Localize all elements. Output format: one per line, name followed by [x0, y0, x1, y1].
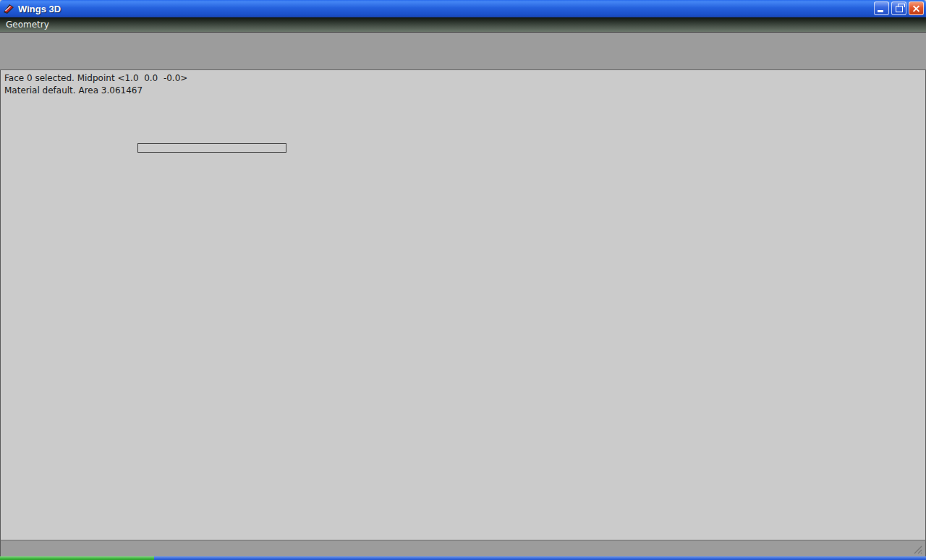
restore-icon	[896, 6, 903, 12]
viewport-3d[interactable]: Face 0 selected. Midpoint <1.0 0.0 -0.0>…	[0, 70, 926, 540]
minimize-button[interactable]	[874, 1, 889, 15]
taskbar-sliver	[154, 556, 926, 560]
minimize-icon	[878, 10, 883, 12]
menubar	[0, 33, 926, 46]
taskbar-start-sliver[interactable]	[0, 556, 154, 560]
geometry-window-title: Geometry	[6, 20, 49, 30]
statusbar	[0, 540, 926, 556]
selection-info: Face 0 selected. Midpoint <1.0 0.0 -0.0>…	[4, 72, 187, 97]
restore-button[interactable]	[891, 1, 906, 15]
close-button[interactable]	[909, 1, 924, 15]
wings3d-logo-icon	[3, 3, 15, 15]
context-menu	[137, 143, 286, 153]
resize-grip[interactable]	[913, 545, 923, 555]
selection-info-line1: Face 0 selected. Midpoint <1.0 0.0 -0.0>	[4, 73, 187, 83]
toolbar	[0, 46, 926, 70]
window-titlebar[interactable]: Wings 3D	[0, 0, 926, 17]
scene-canvas[interactable]	[1, 70, 925, 540]
taskbar	[0, 556, 926, 560]
selection-info-line2: Material default. Area 3.061467	[4, 85, 143, 96]
geometry-window-bar[interactable]: Geometry	[0, 17, 926, 33]
window-title: Wings 3D	[18, 4, 61, 14]
